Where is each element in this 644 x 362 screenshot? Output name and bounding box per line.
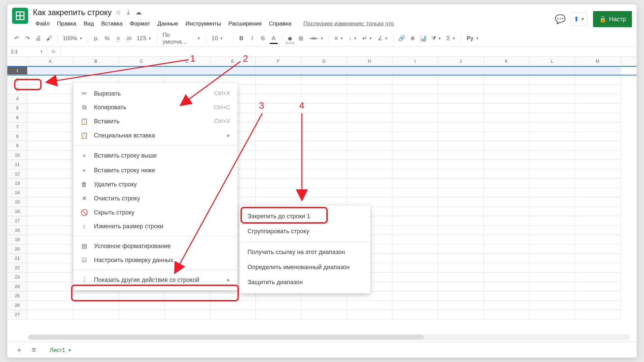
name-box[interactable]: 1:1▼ bbox=[7, 47, 47, 56]
cell[interactable] bbox=[484, 85, 529, 94]
cell[interactable] bbox=[575, 226, 621, 235]
cell[interactable] bbox=[119, 301, 164, 310]
cell[interactable] bbox=[392, 226, 438, 235]
sheets-logo[interactable] bbox=[12, 8, 28, 24]
rotate-dropdown[interactable]: ∠▼ bbox=[376, 35, 390, 42]
cell[interactable] bbox=[438, 113, 484, 122]
cell[interactable] bbox=[392, 67, 438, 75]
cell[interactable] bbox=[529, 169, 575, 179]
cell[interactable] bbox=[347, 132, 392, 141]
move-icon[interactable]: ⤓ bbox=[126, 9, 131, 16]
cell[interactable] bbox=[575, 263, 621, 273]
cell[interactable] bbox=[438, 282, 484, 291]
cell[interactable] bbox=[575, 75, 621, 85]
ctx-copy[interactable]: ⧉КопироватьCtrl+C bbox=[73, 101, 237, 114]
column-header-H[interactable]: H bbox=[347, 57, 392, 66]
increase-decimal-button[interactable]: .00→ bbox=[124, 34, 133, 43]
row-header-21[interactable]: 21 bbox=[7, 254, 28, 263]
cell[interactable] bbox=[484, 226, 529, 235]
cell[interactable] bbox=[438, 169, 484, 179]
cell[interactable] bbox=[392, 310, 438, 319]
cell[interactable] bbox=[529, 207, 575, 216]
cell[interactable] bbox=[392, 197, 438, 207]
cell[interactable] bbox=[438, 75, 484, 85]
cell[interactable] bbox=[484, 75, 529, 85]
menu-extensions[interactable]: Расширения bbox=[226, 19, 264, 28]
ctx-cut[interactable]: ✂ВырезатьCtrl+X bbox=[73, 86, 237, 101]
cell[interactable] bbox=[484, 132, 529, 141]
ctx-group-row[interactable]: Сгруппировать строку bbox=[239, 224, 370, 239]
cell[interactable] bbox=[529, 160, 575, 169]
cell[interactable] bbox=[256, 301, 301, 310]
cell[interactable] bbox=[301, 122, 347, 132]
cell[interactable] bbox=[438, 94, 484, 104]
cell[interactable] bbox=[28, 67, 73, 75]
cell[interactable] bbox=[484, 179, 529, 188]
currency-button[interactable]: р. bbox=[92, 34, 101, 43]
cell[interactable] bbox=[392, 122, 438, 132]
cell[interactable] bbox=[575, 122, 621, 132]
cell[interactable] bbox=[119, 67, 164, 75]
menu-file[interactable]: Файл bbox=[33, 19, 52, 28]
text-color-button[interactable]: A bbox=[269, 34, 278, 43]
cell[interactable] bbox=[301, 132, 347, 141]
ctx-insert-below[interactable]: ＋Вставить строку ниже bbox=[73, 163, 237, 178]
cell[interactable] bbox=[438, 235, 484, 244]
h-align-dropdown[interactable]: ≡▼ bbox=[333, 35, 345, 42]
cell[interactable] bbox=[301, 104, 347, 113]
cell[interactable] bbox=[484, 104, 529, 113]
cell[interactable] bbox=[301, 301, 347, 310]
cell[interactable] bbox=[28, 254, 73, 263]
ctx-delete-row[interactable]: 🗑Удалить строку bbox=[73, 178, 237, 191]
functions-dropdown[interactable]: Σ▼ bbox=[445, 35, 458, 42]
percent-button[interactable]: % bbox=[102, 34, 112, 43]
cell[interactable] bbox=[28, 179, 73, 188]
cell[interactable] bbox=[28, 301, 73, 310]
cell[interactable] bbox=[392, 188, 438, 197]
cell[interactable] bbox=[301, 160, 347, 169]
column-header-J[interactable]: J bbox=[438, 57, 484, 66]
cell[interactable] bbox=[256, 85, 301, 94]
cell[interactable] bbox=[438, 85, 484, 94]
cell[interactable] bbox=[484, 94, 529, 104]
cell[interactable] bbox=[484, 301, 529, 310]
row-header-7[interactable]: 7 bbox=[7, 122, 28, 132]
cell[interactable] bbox=[256, 75, 301, 85]
cell[interactable] bbox=[438, 226, 484, 235]
ctx-protect-range[interactable]: Защитить диапазон bbox=[239, 275, 370, 290]
cell[interactable] bbox=[347, 94, 392, 104]
cell[interactable] bbox=[484, 282, 529, 291]
ctx-clear-row[interactable]: ✕Очистить строку bbox=[73, 191, 237, 205]
cell[interactable] bbox=[256, 188, 301, 197]
cell[interactable] bbox=[28, 263, 73, 273]
cell[interactable] bbox=[28, 104, 73, 113]
cell[interactable] bbox=[575, 141, 621, 150]
cell[interactable] bbox=[256, 94, 301, 104]
column-header-B[interactable]: B bbox=[73, 57, 119, 66]
select-all-corner[interactable] bbox=[7, 57, 28, 66]
cell[interactable] bbox=[392, 150, 438, 160]
filter-dropdown[interactable]: ⧩▼ bbox=[429, 35, 443, 42]
cell[interactable] bbox=[256, 122, 301, 132]
cell[interactable] bbox=[392, 254, 438, 263]
cell[interactable] bbox=[575, 94, 621, 104]
cell[interactable] bbox=[438, 150, 484, 160]
cell[interactable] bbox=[392, 207, 438, 216]
cell[interactable] bbox=[301, 310, 347, 319]
cell[interactable] bbox=[438, 160, 484, 169]
cell[interactable] bbox=[575, 85, 621, 94]
cell[interactable] bbox=[256, 104, 301, 113]
menu-edit[interactable]: Правка bbox=[54, 19, 79, 28]
menu-data[interactable]: Данные bbox=[155, 19, 181, 28]
cell[interactable] bbox=[438, 67, 484, 75]
row-header-18[interactable]: 18 bbox=[7, 226, 28, 235]
cell[interactable] bbox=[575, 160, 621, 169]
column-header-L[interactable]: L bbox=[529, 57, 575, 66]
wrap-dropdown[interactable]: ↵▼ bbox=[360, 35, 374, 42]
borders-button[interactable]: ⊞ bbox=[296, 34, 306, 43]
cell[interactable] bbox=[575, 301, 621, 310]
redo-button[interactable]: ↷ bbox=[23, 34, 32, 43]
cell[interactable] bbox=[575, 273, 621, 282]
font-size-dropdown[interactable]: 10▼ bbox=[210, 35, 230, 42]
cell[interactable] bbox=[392, 94, 438, 104]
